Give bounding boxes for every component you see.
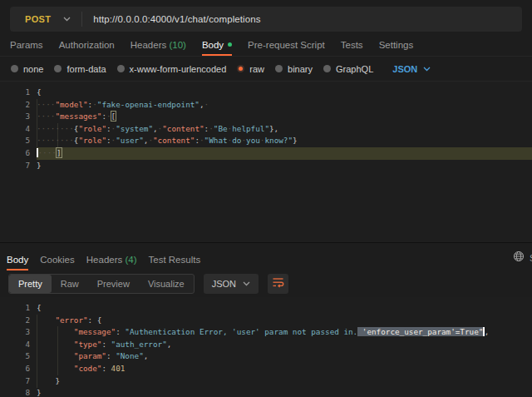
code-token: [ [111, 112, 116, 121]
chevron-down-icon [423, 67, 431, 72]
code-line[interactable]: 1{ [0, 302, 532, 315]
code-token: "content" [162, 124, 204, 133]
code-token [37, 327, 74, 336]
view-mode-segmented-control: Pretty Raw Preview Visualize [8, 274, 195, 294]
tab-pre-request-script[interactable]: Pre-request Script [248, 40, 325, 56]
method-selector[interactable]: POST [10, 14, 71, 24]
line-number: 3 [0, 111, 30, 123]
tab-params[interactable]: Params [10, 40, 43, 56]
view-preview[interactable]: Preview [88, 275, 139, 293]
line-number: 1 [0, 302, 30, 315]
code-content: ····"messages":·[ [37, 111, 532, 123]
line-number: 7 [0, 160, 30, 172]
code-token: } [293, 136, 298, 145]
response-tab-cookies[interactable]: Cookies [40, 255, 75, 270]
code-token: "model" [55, 100, 87, 109]
radio-raw[interactable]: raw [237, 64, 264, 74]
line-number: 7 [0, 375, 30, 388]
code-token: } [37, 161, 42, 170]
code-token: know?" [264, 136, 293, 145]
code-token: "messages" [55, 112, 101, 121]
line-number: 6 [0, 363, 30, 375]
code-token: 401 [111, 364, 126, 373]
code-token: ········ [37, 136, 74, 145]
line-number: 4 [0, 123, 30, 136]
divider [81, 12, 82, 27]
response-headers-count: (4) [125, 255, 136, 265]
chevron-down-icon [243, 281, 250, 286]
code-content: } [37, 160, 532, 172]
line-number: 8 [0, 387, 30, 397]
code-line[interactable]: 5········{"role":·"user",·"content":·"Wh… [0, 135, 532, 147]
radio-icon-selected [237, 65, 244, 72]
response-body-viewer[interactable]: 1{2 "error": {3 "message": "Authenticati… [0, 297, 532, 397]
code-token: "message" [74, 327, 116, 336]
response-language-select[interactable]: JSON [204, 274, 259, 294]
code-line[interactable]: 2····"model":·"fake-openai-endpoint",· [0, 99, 532, 112]
tab-headers[interactable]: Headers (10) [131, 40, 186, 56]
code-line[interactable]: 2 "error": { [0, 315, 532, 327]
code-token: } [37, 388, 42, 397]
code-content: "message": "Authentication Error, 'user'… [37, 326, 532, 339]
request-body-editor[interactable]: 1{2····"model":·"fake-openai-endpoint",·… [0, 81, 532, 242]
tab-body[interactable]: Body [202, 40, 232, 56]
request-tabs: Params Authorization Headers (10) Body P… [0, 40, 532, 57]
line-number: 2 [0, 99, 30, 112]
code-content: "error": { [37, 315, 532, 327]
code-token [37, 315, 55, 325]
code-token: : [101, 364, 111, 373]
line-number: 2 [0, 315, 30, 327]
code-content: ········{"role":·"user",·"content":·"Wha… [37, 135, 532, 147]
response-tab-test-results[interactable]: Test Results [149, 255, 201, 270]
code-token: , [144, 351, 149, 360]
code-token: : [88, 315, 97, 325]
code-token: "What [204, 136, 228, 145]
view-visualize[interactable]: Visualize [139, 275, 194, 293]
radio-x-www-form-urlencoded[interactable]: x-www-form-urlencoded [117, 64, 227, 74]
code-line[interactable]: 3····"messages":·[ [0, 111, 532, 123]
code-token: "content" [153, 136, 195, 145]
code-line[interactable]: 8} [0, 387, 532, 397]
code-line[interactable]: 7} [0, 160, 532, 172]
wrap-text-button[interactable] [268, 274, 288, 294]
code-token: { [37, 87, 42, 97]
tab-authorization[interactable]: Authorization [59, 40, 115, 56]
view-raw[interactable]: Raw [52, 275, 88, 293]
code-line[interactable]: 3 "message": "Authentication Error, 'use… [0, 326, 532, 339]
tab-tests[interactable]: Tests [341, 40, 363, 56]
code-line[interactable]: 4········{"role":·"system",·"content":·"… [0, 123, 532, 136]
chevron-down-icon[interactable] [63, 17, 71, 22]
radio-form-data[interactable]: form-data [54, 64, 106, 74]
code-token: , [167, 340, 172, 349]
code-line[interactable]: 7 } [0, 375, 532, 388]
code-token: "Be [214, 124, 228, 133]
response-tab-headers[interactable]: Headers (4) [86, 255, 137, 270]
tab-settings[interactable]: Settings [379, 40, 414, 56]
code-line[interactable]: 6····] [0, 147, 532, 160]
response-toolbar: Pretty Raw Preview Visualize JSON [0, 270, 532, 297]
response-tab-body[interactable]: Body [7, 255, 28, 270]
code-token: "type" [74, 340, 102, 349]
code-token: ········ [37, 124, 74, 133]
code-token: "code" [74, 364, 102, 373]
code-token: "user" [116, 136, 144, 145]
code-token: : [116, 327, 125, 336]
code-line[interactable]: 5 "param": "None", [0, 350, 532, 363]
response-tabs: Body Cookies Headers (4) Test Results S [0, 243, 532, 270]
radio-binary[interactable]: binary [275, 64, 313, 74]
line-number: 5 [0, 135, 30, 147]
globe-icon[interactable] [513, 251, 525, 265]
radio-none[interactable]: none [11, 64, 43, 74]
code-line[interactable]: 4 "type": "auth_error", [0, 339, 532, 351]
view-pretty[interactable]: Pretty [9, 275, 52, 293]
code-token: "param" [74, 351, 106, 360]
url-input[interactable]: http://0.0.0.0:4000/v1/chat/completions [93, 14, 260, 24]
code-token: "role" [78, 124, 106, 133]
radio-icon [323, 65, 331, 72]
code-line[interactable]: 6 "code": 401 [0, 363, 532, 375]
radio-graphql[interactable]: GraphQL [323, 64, 373, 74]
radio-icon [117, 65, 125, 72]
request-language-select[interactable]: JSON [392, 64, 431, 74]
code-token: · [204, 100, 209, 109]
code-line[interactable]: 1{ [0, 87, 532, 99]
